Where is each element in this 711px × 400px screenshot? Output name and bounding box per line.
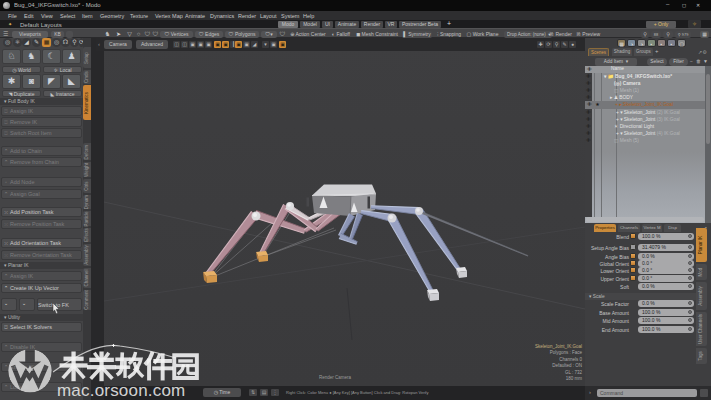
svg-text:mac.orsoon.com: mac.orsoon.com [57, 381, 185, 400]
